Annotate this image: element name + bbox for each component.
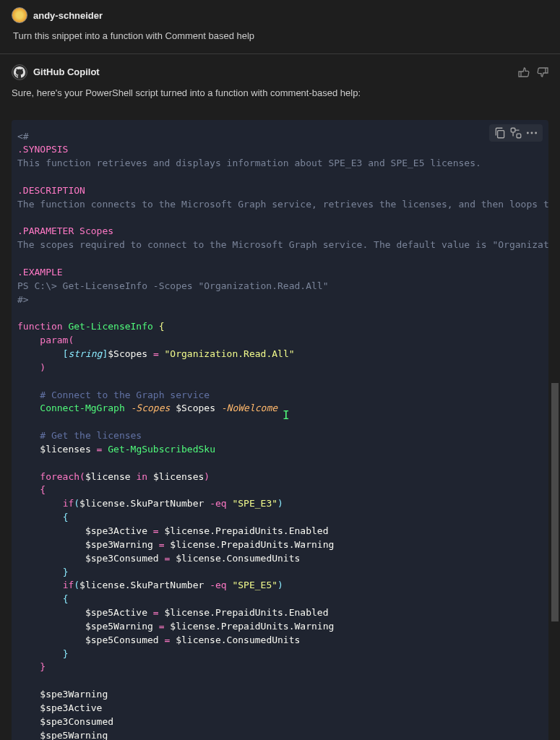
thumbs-up-icon[interactable]	[518, 66, 530, 78]
code-text: $license	[176, 634, 221, 645]
code-text: $spe5Consumed	[85, 634, 159, 645]
code-text: }	[63, 567, 69, 577]
code-text: $spe3Consumed	[85, 553, 159, 564]
code-text: param	[40, 335, 68, 345]
text-cursor-icon: I	[283, 407, 290, 423]
code-text: Get-LicenseInfo	[68, 321, 152, 332]
code-text: -Scopes	[131, 403, 171, 413]
chat-container: andy-schneider Turn this snippet into a …	[0, 0, 560, 740]
code-text: <#	[17, 131, 29, 142]
svg-point-4	[531, 132, 533, 134]
code-text: $license	[165, 525, 210, 536]
user-avatar-icon	[12, 7, 27, 23]
code-text: $license	[170, 621, 215, 632]
code-text: $spe5Warning	[85, 621, 153, 632]
code-text: PS C:\> Get-LicenseInfo -Scopes "Organiz…	[17, 280, 328, 291]
code-text: .EXAMPLE	[17, 267, 63, 278]
code-text: =	[165, 553, 171, 564]
code-text: $spe3Active	[85, 525, 147, 536]
code-text: $spe3Consumed	[40, 716, 113, 727]
copilot-name: GitHub Copilot	[33, 66, 100, 77]
insert-icon[interactable]	[509, 126, 522, 139]
code-text: =	[97, 444, 103, 455]
user-message-text: Turn this snippet into a function with C…	[13, 29, 548, 43]
svg-point-3	[527, 132, 529, 134]
page-vertical-scrollbar[interactable]	[551, 383, 559, 621]
user-name: andy-schneider	[33, 10, 103, 21]
more-icon[interactable]	[525, 126, 538, 139]
code-text: -eq	[210, 498, 226, 509]
code-text: string	[68, 348, 102, 359]
code-text: }	[40, 661, 46, 672]
code-text: # Get the licenses	[40, 430, 142, 441]
code-text: }	[63, 648, 69, 659]
code-toolbar	[489, 124, 543, 142]
code-text: if	[63, 498, 74, 509]
code-text: =	[159, 539, 165, 550]
code-text: This function retrieves and displays inf…	[17, 158, 481, 168]
code-text: -eq	[210, 580, 226, 590]
code-text: =	[153, 348, 159, 359]
code-text: {	[63, 512, 69, 522]
copilot-header-row: GitHub Copilot	[12, 64, 548, 80]
code-text: $licenses	[153, 471, 204, 482]
code-text: =	[165, 634, 171, 645]
svg-rect-1	[511, 128, 515, 132]
svg-rect-0	[498, 130, 504, 137]
code-text: $spe5Warning	[40, 730, 108, 740]
code-text: .SYNOPSIS	[17, 144, 68, 155]
code-text: in	[136, 471, 147, 482]
code-text: $license	[170, 539, 215, 550]
copilot-response-text: Sure, here's your PowerShell script turn…	[12, 87, 548, 98]
code-text: .PARAMETER Scopes	[17, 225, 113, 236]
code-text: $spe3Warning	[85, 539, 153, 550]
svg-rect-2	[517, 134, 521, 138]
code-text: =	[153, 607, 159, 618]
code-text: -NoWelcome	[221, 403, 277, 413]
code-text: $Scopes	[108, 348, 147, 359]
user-message-block: andy-schneider Turn this snippet into a …	[0, 0, 560, 51]
code-text: .SkuPartNumber	[125, 580, 204, 590]
code-text: )	[277, 498, 283, 509]
code-text: # Connect to the Graph service	[40, 390, 210, 400]
code-text: .ConsumedUnits	[221, 634, 301, 645]
thumbs-down-icon[interactable]	[537, 66, 548, 78]
code-text: The function connects to the Microsoft G…	[17, 199, 548, 210]
code-text: (	[79, 471, 85, 482]
message-divider	[0, 53, 560, 54]
code-text: (	[74, 580, 79, 590]
copy-icon[interactable]	[494, 126, 507, 139]
feedback-buttons	[518, 66, 548, 78]
code-text: $licenses	[40, 444, 90, 455]
user-header: andy-schneider	[12, 7, 548, 23]
code-text: )	[40, 362, 46, 373]
code-text: The scopes required to connect to the Mi…	[17, 239, 548, 250]
code-text: .PrepaidUnits.Enabled	[210, 607, 328, 618]
code-text: {	[159, 321, 165, 332]
copilot-message-block: GitHub Copilot Sure, here's your PowerSh…	[0, 57, 560, 113]
code-text: {	[63, 593, 69, 604]
code-text: "Organization.Read.All"	[165, 348, 295, 359]
code-text: #>	[17, 294, 29, 305]
code-block-container: <# .SYNOPSIS This function retrieves and…	[12, 120, 548, 741]
svg-point-5	[535, 132, 537, 134]
code-text: =	[159, 621, 165, 632]
code-text: $license	[85, 471, 131, 482]
code-text: .PrepaidUnits.Warning	[215, 621, 334, 632]
code-text: Get-MgSubscribedSku	[108, 444, 215, 455]
code-text: $spe5Active	[85, 607, 147, 618]
code-text: .PrepaidUnits.Warning	[215, 539, 334, 550]
code-text: $Scopes	[176, 403, 215, 413]
code-text: =	[153, 525, 159, 536]
code-block[interactable]: <# .SYNOPSIS This function retrieves and…	[12, 120, 548, 741]
code-text: .DESCRIPTION	[17, 185, 85, 196]
code-text: $license	[165, 607, 210, 618]
code-text: $license	[79, 498, 125, 509]
copilot-header: GitHub Copilot	[12, 64, 100, 80]
code-text: (	[68, 335, 74, 345]
code-text: {	[40, 484, 46, 495]
code-text: Connect-MgGraph	[40, 403, 124, 413]
code-text: "SPE_E3"	[232, 498, 277, 509]
code-text: if	[63, 580, 74, 590]
code-text: )	[204, 471, 210, 482]
